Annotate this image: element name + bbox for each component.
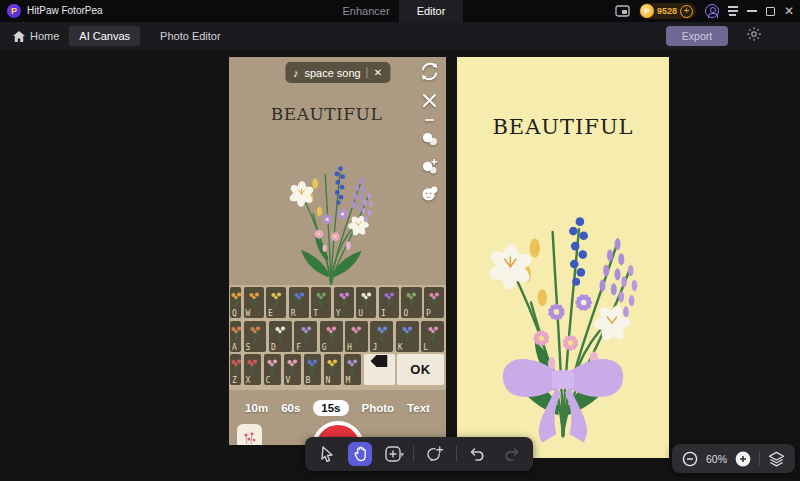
- mini-window-icon[interactable]: [615, 5, 630, 17]
- keyboard-key-t[interactable]: T: [311, 287, 331, 318]
- keyboard-key-r[interactable]: R: [289, 287, 309, 318]
- canvas-toolbar: ▾: [305, 437, 533, 471]
- zoom-control: 60%: [672, 444, 795, 473]
- undo-icon[interactable]: [466, 442, 490, 466]
- music-note-icon: ♪: [293, 67, 299, 79]
- divider-dash: [425, 119, 434, 121]
- app-logo-icon: P: [7, 4, 21, 18]
- image-caption: BEAUTIFUL: [457, 115, 669, 139]
- music-tag[interactable]: ♪ space song ✕: [285, 62, 390, 83]
- keyboard-key-d[interactable]: D: [269, 321, 292, 352]
- app-window: P HitPaw FotorPea Enhancer Editor P 9528…: [0, 0, 800, 481]
- keyboard-key-b[interactable]: B: [304, 354, 322, 385]
- coin-count: 9528: [657, 6, 677, 16]
- keyboard-key-k[interactable]: K: [396, 321, 419, 352]
- home-icon: [13, 31, 25, 42]
- tab-editor[interactable]: Editor: [399, 0, 463, 22]
- keyboard-key-h[interactable]: H: [345, 321, 368, 352]
- keyboard-key-e[interactable]: E: [266, 287, 286, 318]
- music-tag-close-icon[interactable]: ✕: [374, 67, 382, 78]
- keyboard-row: Z X C V B N MOK: [231, 354, 444, 385]
- coin-plus-icon[interactable]: +: [680, 5, 693, 18]
- ok-key[interactable]: OK: [397, 354, 444, 385]
- close-icon[interactable]: ✕: [784, 5, 794, 17]
- keyboard-key-g[interactable]: G: [320, 321, 343, 352]
- chevron-down-icon[interactable]: ▾: [400, 450, 404, 459]
- coin-icon: P: [640, 4, 654, 18]
- toolbar-divider: [413, 446, 414, 462]
- keyboard-row: A S D F G H J K L: [231, 321, 444, 352]
- coin-balance[interactable]: P 9528 +: [639, 3, 696, 19]
- camera-controls: [417, 61, 441, 202]
- camera-mode-photo[interactable]: Photo: [362, 402, 395, 414]
- camera-mode-10m[interactable]: 10m: [245, 402, 268, 414]
- keyboard-key-m[interactable]: M: [344, 354, 362, 385]
- keyboard-key-v[interactable]: V: [284, 354, 302, 385]
- zoom-divider: [759, 452, 760, 466]
- keyboard-row: Q W E R T Y U I O P: [231, 287, 444, 318]
- effects-thumbnail[interactable]: [237, 424, 262, 445]
- source-image[interactable]: ♪ space song ✕ BEAUTIFUL Q W E R T Y: [229, 57, 446, 445]
- keyboard-key-x[interactable]: X: [244, 354, 262, 385]
- toolbar-divider: [456, 446, 457, 462]
- keyboard-key-a[interactable]: A: [230, 321, 241, 352]
- keyboard-key-p[interactable]: P: [424, 287, 444, 318]
- keyboard-key-l[interactable]: L: [421, 321, 444, 352]
- keyboard-key-s[interactable]: S: [244, 321, 267, 352]
- result-image[interactable]: BEAUTIFUL: [457, 57, 669, 458]
- flip-camera-icon[interactable]: [419, 61, 440, 82]
- redo-icon[interactable]: [499, 442, 523, 466]
- flower-bouquet-with-bow-illustration: [469, 155, 657, 450]
- annotate-plus-icon[interactable]: [423, 442, 447, 466]
- minimize-icon[interactable]: [747, 10, 757, 11]
- keyboard-key-y[interactable]: Y: [334, 287, 354, 318]
- camera-mode-60s[interactable]: 60s: [281, 402, 300, 414]
- keyboard-key-c[interactable]: C: [264, 354, 282, 385]
- export-button[interactable]: Export: [666, 26, 728, 46]
- keyboard-key-i[interactable]: I: [379, 287, 399, 318]
- nav-tab-ai-canvas[interactable]: AI Canvas: [69, 26, 140, 46]
- keyboard-key-j[interactable]: J: [370, 321, 393, 352]
- hand-pan-icon[interactable]: [348, 442, 372, 466]
- camera-mode-selector: 10m60s15sPhotoText: [229, 400, 446, 416]
- app-title: HitPaw FotorPea: [27, 5, 103, 16]
- keyboard-key-u[interactable]: U: [356, 287, 376, 318]
- flower-keyboard[interactable]: Q W E R T Y U I O P A S D F G H J K L Z …: [229, 285, 446, 390]
- nav-home-label: Home: [30, 30, 59, 42]
- nav-home[interactable]: Home: [13, 30, 59, 42]
- zoom-level: 60%: [706, 453, 727, 465]
- account-icon[interactable]: [705, 4, 719, 18]
- music-tag-label: space song: [304, 67, 360, 79]
- gear-icon[interactable]: [746, 26, 762, 46]
- keyboard-key-w[interactable]: W: [244, 287, 264, 318]
- maximize-icon[interactable]: [766, 7, 775, 16]
- flower-bouquet-illustration: [247, 135, 415, 293]
- nav-bar: Home AI Canvas Photo Editor Export: [0, 22, 800, 50]
- effects-circles-plus-icon[interactable]: [421, 158, 438, 174]
- camera-mode-text[interactable]: Text: [407, 402, 430, 414]
- layers-icon[interactable]: [768, 451, 785, 467]
- image-caption: BEAUTIFUL: [229, 104, 424, 124]
- nav-tab-photo-editor[interactable]: Photo Editor: [150, 26, 231, 46]
- title-bar: P HitPaw FotorPea Enhancer Editor P 9528…: [0, 0, 800, 22]
- zoom-out-icon[interactable]: [682, 451, 698, 467]
- tab-enhancer[interactable]: Enhancer: [335, 0, 397, 22]
- backspace-key[interactable]: [364, 354, 395, 385]
- menu-icon[interactable]: [728, 6, 738, 15]
- keyboard-key-f[interactable]: F: [294, 321, 317, 352]
- camera-mode-15s[interactable]: 15s: [313, 400, 348, 416]
- zoom-in-icon[interactable]: [735, 451, 751, 467]
- keyboard-key-q[interactable]: Q: [230, 287, 241, 318]
- backspace-arrow-icon: [371, 355, 388, 367]
- keyboard-key-z[interactable]: Z: [230, 354, 241, 385]
- editor-canvas[interactable]: ♪ space song ✕ BEAUTIFUL Q W E R T Y: [0, 50, 800, 481]
- emoji-smiley-icon[interactable]: [421, 185, 438, 202]
- keyboard-key-n[interactable]: N: [324, 354, 342, 385]
- filters-circles-icon[interactable]: [421, 132, 438, 147]
- keyboard-key-o[interactable]: O: [401, 287, 421, 318]
- select-arrow-icon[interactable]: [315, 442, 339, 466]
